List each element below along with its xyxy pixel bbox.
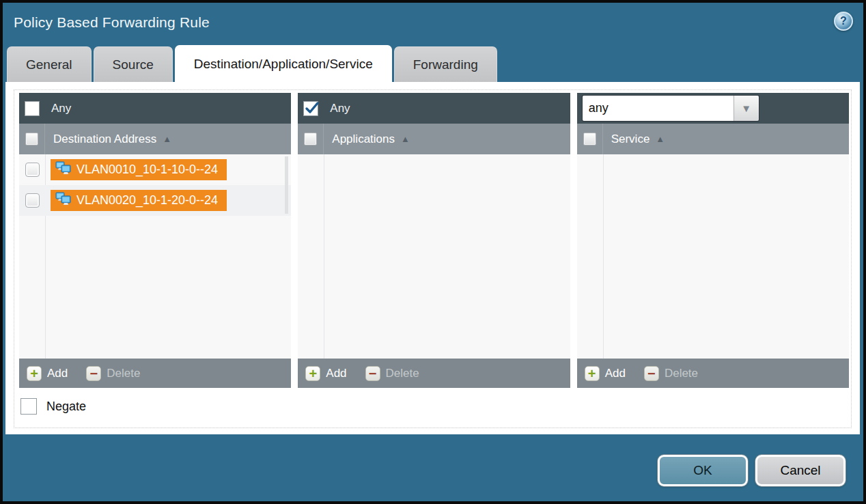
cancel-button[interactable]: Cancel bbox=[755, 455, 846, 486]
add-label: Add bbox=[605, 367, 626, 380]
check-icon bbox=[305, 101, 320, 116]
service-dropdown[interactable]: any ▼ bbox=[583, 96, 759, 121]
destination-any-label: Any bbox=[51, 102, 71, 115]
column-header-label: Destination Address bbox=[53, 132, 156, 146]
help-icon[interactable]: ? bbox=[834, 12, 853, 31]
destination-column-header[interactable]: Destination Address ▲ bbox=[19, 124, 291, 154]
service-add-button[interactable]: + Add bbox=[585, 366, 626, 381]
tab-label: Destination/Application/Service bbox=[194, 57, 373, 72]
service-footer-bar: + Add − Delete bbox=[577, 359, 849, 388]
address-object-label: VLAN0010_10-1-10-0--24 bbox=[76, 163, 218, 177]
select-all-cell bbox=[19, 124, 45, 154]
add-label: Add bbox=[47, 367, 68, 380]
select-all-cell bbox=[577, 124, 603, 154]
panels-container: Any Destination Address ▲ bbox=[19, 93, 849, 388]
help-glyph: ? bbox=[840, 15, 847, 27]
network-icon bbox=[55, 192, 72, 209]
delete-icon: − bbox=[644, 366, 659, 381]
ok-button-label: OK bbox=[693, 463, 712, 478]
negate-checkbox[interactable] bbox=[20, 398, 37, 415]
service-select-all-checkbox[interactable] bbox=[583, 132, 596, 145]
chevron-down-icon: ▼ bbox=[741, 102, 751, 114]
dialog-title: Policy Based Forwarding Rule bbox=[14, 14, 210, 31]
policy-based-forwarding-dialog: Policy Based Forwarding Rule ? General S… bbox=[3, 3, 863, 501]
applications-list bbox=[298, 154, 570, 359]
list-item[interactable]: VLAN0020_10-1-20-0--24 bbox=[19, 185, 291, 216]
tab-panel-body: Any Destination Address ▲ bbox=[5, 82, 860, 434]
service-panel: any ▼ Service ▲ bbox=[577, 93, 849, 388]
sort-asc-icon: ▲ bbox=[401, 134, 410, 144]
add-label: Add bbox=[326, 367, 346, 380]
list-item[interactable]: VLAN0010_10-1-10-0--24 bbox=[19, 154, 291, 185]
destination-select-all-checkbox[interactable] bbox=[25, 132, 38, 145]
applications-delete-button[interactable]: − Delete bbox=[365, 366, 419, 381]
network-icon bbox=[55, 161, 72, 178]
applications-panel: Any Applications ▲ + Add bbox=[298, 93, 570, 388]
destination-any-bar: Any bbox=[19, 93, 291, 124]
negate-label: Negate bbox=[46, 400, 86, 414]
add-icon: + bbox=[585, 366, 600, 381]
cancel-button-label: Cancel bbox=[780, 463, 820, 478]
delete-label: Delete bbox=[665, 367, 698, 380]
row-checkbox[interactable] bbox=[25, 163, 40, 177]
applications-column-header[interactable]: Applications ▲ bbox=[298, 124, 570, 154]
dropdown-button[interactable]: ▼ bbox=[734, 96, 759, 121]
applications-select-all-checkbox[interactable] bbox=[304, 132, 317, 145]
applications-any-checkbox[interactable] bbox=[303, 101, 318, 116]
tab-label: Source bbox=[113, 57, 154, 72]
column-header-label: Service bbox=[611, 132, 650, 146]
column-divider bbox=[603, 154, 604, 359]
tab-bar: General Source Destination/Application/S… bbox=[7, 45, 497, 82]
address-object-chip[interactable]: VLAN0020_10-1-20-0--24 bbox=[51, 190, 227, 211]
tab-label: General bbox=[26, 57, 72, 72]
delete-label: Delete bbox=[107, 367, 140, 380]
destination-delete-button[interactable]: − Delete bbox=[86, 366, 140, 381]
address-object-label: VLAN0020_10-1-20-0--24 bbox=[76, 193, 218, 208]
tab-label: Forwarding bbox=[413, 57, 478, 72]
sort-asc-icon: ▲ bbox=[163, 134, 171, 144]
applications-any-label: Any bbox=[330, 102, 350, 115]
destination-add-button[interactable]: + Add bbox=[27, 366, 68, 381]
service-any-bar: any ▼ bbox=[577, 93, 849, 124]
row-checkbox[interactable] bbox=[25, 193, 40, 208]
delete-label: Delete bbox=[386, 367, 419, 380]
applications-any-bar: Any bbox=[298, 93, 570, 124]
row-checkbox-cell bbox=[19, 154, 45, 185]
row-checkbox-cell bbox=[19, 185, 45, 216]
negate-row: Negate bbox=[20, 398, 86, 415]
sort-asc-icon: ▲ bbox=[656, 134, 665, 144]
select-all-cell bbox=[298, 124, 324, 154]
add-icon: + bbox=[27, 366, 42, 381]
tab-general[interactable]: General bbox=[7, 46, 92, 82]
delete-icon: − bbox=[365, 366, 380, 381]
destination-list: VLAN0010_10-1-10-0--24 bbox=[19, 154, 291, 359]
destination-footer-bar: + Add − Delete bbox=[19, 359, 291, 388]
tab-source[interactable]: Source bbox=[94, 46, 173, 82]
service-column-header[interactable]: Service ▲ bbox=[577, 124, 849, 154]
service-list bbox=[577, 154, 849, 359]
scrollbar[interactable] bbox=[285, 156, 288, 214]
delete-icon: − bbox=[86, 366, 101, 381]
address-object-chip[interactable]: VLAN0010_10-1-10-0--24 bbox=[51, 159, 227, 180]
service-delete-button[interactable]: − Delete bbox=[644, 366, 698, 381]
column-header-label: Applications bbox=[332, 132, 395, 146]
service-dropdown-value[interactable]: any bbox=[583, 96, 734, 121]
tab-forwarding[interactable]: Forwarding bbox=[394, 46, 497, 82]
destination-address-panel: Any Destination Address ▲ bbox=[19, 93, 291, 388]
applications-footer-bar: + Add − Delete bbox=[298, 359, 570, 388]
add-icon: + bbox=[305, 366, 320, 381]
destination-any-checkbox[interactable] bbox=[25, 101, 40, 116]
column-divider bbox=[324, 154, 324, 359]
ok-button[interactable]: OK bbox=[658, 455, 748, 486]
applications-add-button[interactable]: + Add bbox=[305, 366, 346, 381]
tab-destination-application-service[interactable]: Destination/Application/Service bbox=[175, 45, 392, 82]
